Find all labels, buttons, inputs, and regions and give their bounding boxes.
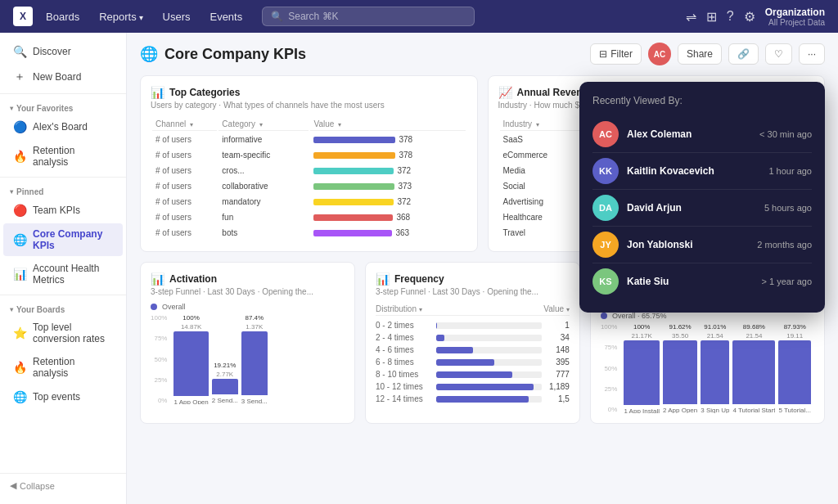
list-item: 10 - 12 times 1,189 [376,380,570,393]
frequency-card: 📊 Frequency 3-step Funnel · Last 30 Days… [365,262,580,424]
list-item: DA David Arjun 5 hours ago [592,190,812,227]
connections-icon[interactable]: ⇌ [686,9,696,25]
freq-bar-fill [436,396,529,403]
table-row: # of users collaborative 373 [152,179,466,193]
freq-dist-label: 12 - 14 times [376,394,433,403]
freq-bar-track [436,384,542,390]
alexboard-icon: 🔵 [13,120,26,133]
nav-boards[interactable]: Boards [39,7,86,26]
category-label: cros... [219,164,309,178]
category-label: informative [219,133,309,146]
category-label: team-specific [219,148,309,162]
main-content: 🌐 Core Company KPIs ⊟ Filter AC Share 🔗 … [127,33,838,504]
sidebar-item-top-events[interactable]: 🌐 Top events [3,385,123,408]
list-item: KK Kaitlin Kovacevich 1 hour ago [592,153,812,190]
sidebar-label-retention-fav: Retention analysis [33,145,113,168]
value-cell: 378 [310,133,465,146]
freq-dist-label: 6 - 8 times [376,358,433,367]
chevron-pinned-icon: ▾ [10,188,13,196]
channel-label: # of users [152,226,217,240]
discover-icon: 🔍 [13,45,26,58]
sidebar-label-conversion: Top level conversion rates [33,322,113,344]
teamkpis-icon: 🔴 [13,204,26,217]
top-categories-table: Channel ▾ Category ▾ Value ▾ # of users … [151,116,467,241]
chevron-icon: ▾ [10,105,13,112]
sidebar-item-retention-fav[interactable]: 🔥 Retention analysis [3,140,123,173]
top-categories-icon: 📊 [151,86,164,99]
list-item: KS Katie Siu > 1 year ago [592,263,812,299]
sidebar-item-discover[interactable]: 🔍 Discover [3,40,123,63]
freq-val: 777 [545,370,570,379]
sidebar-item-account-health[interactable]: 📊 Account Health Metrics [3,258,123,290]
col-category[interactable]: Category ▾ [219,118,309,131]
value-cell: 368 [310,210,465,224]
nav-reports[interactable]: Reports [92,7,149,26]
app-logo[interactable]: X [13,7,33,26]
freq-bar-track [436,347,542,353]
page-title-icon: 🌐 [140,45,158,63]
header-actions: ⊟ Filter AC Share 🔗 ♡ ··· [590,43,825,65]
table-row: # of users informative 378 [152,133,466,146]
activation-card: 📊 Activation 3-step Funnel · Last 30 Day… [140,262,355,424]
search-input[interactable] [288,11,466,22]
grid-icon[interactable]: ⊞ [706,9,717,25]
share-label: Share [687,48,713,60]
help-icon[interactable]: ? [727,9,734,24]
page-title: 🌐 Core Company KPIs [140,45,306,63]
org-info[interactable]: Organization All Project Data [765,7,825,27]
funnel-bar-item: 87.4% 1.37K 3 Send... [241,314,268,404]
more-button[interactable]: ··· [799,43,825,65]
sidebar-item-conversion[interactable]: ⭐ Top level conversion rates [3,317,123,349]
freq-dist-label: 10 - 12 times [376,382,433,391]
category-label: bots [219,226,309,240]
avatar: AC [592,121,619,147]
funnel-bar-item: 100% 14.87K 1 App Open [173,314,208,404]
more-icon: ··· [808,48,816,60]
sidebar-item-teamkpis[interactable]: 🔴 Team KPIs [3,199,123,222]
freq-bar-fill [436,384,534,390]
col-value[interactable]: Value ▾ [310,118,465,131]
table-row: # of users bots 363 [152,226,466,240]
activation-chart: 100%75%50%25%0% 100% 14.87K 1 App Open 1… [151,314,345,404]
category-label: collaborative [219,179,309,193]
corekpis-icon: 🌐 [13,233,26,246]
search-bar[interactable]: 🔍 [262,7,475,26]
channel-label: # of users [152,179,217,193]
link-button[interactable]: 🔗 [728,43,759,65]
settings-icon[interactable]: ⚙ [744,9,755,25]
funnel-bar-item: 91.01% 21.54 3 Sign Up [701,323,729,413]
onboarding-y-axis: 100%75%50%25%0% [601,323,620,413]
user-name: Katie Siu [627,276,754,287]
collapse-button[interactable]: ◀ Collapse [10,480,116,491]
favorite-button[interactable]: ♡ [765,43,792,65]
onboarding-bars: 100% 21.17K 1 App Install 91.62% 35.50 2… [620,323,814,413]
sidebar-item-retention[interactable]: 🔥 Retention analysis [3,351,123,384]
filter-button[interactable]: ⊟ Filter [590,43,642,65]
nav-events[interactable]: Events [203,7,249,26]
sidebar-item-new-board[interactable]: ＋ New Board [3,65,123,89]
channel-label: # of users [152,133,217,146]
share-button[interactable]: Share [678,43,722,65]
topevents-icon: 🌐 [13,390,26,403]
freq-bar-fill [436,371,512,378]
sidebar-label-alexboard: Alex's Board [33,121,88,133]
col-channel[interactable]: Channel ▾ [152,118,217,131]
retention-icon: 🔥 [13,361,26,374]
nav-users[interactable]: Users [156,7,197,26]
activation-bars: 100% 14.87K 1 App Open 19.21% 2.77K 2 Se… [170,314,270,404]
sidebar-item-core-kpis[interactable]: 🌐 Core Company KPIs [3,223,123,256]
top-categories-card: 📊 Top Categories Users by category · Wha… [140,75,478,252]
chevron-boards-icon: ▾ [10,306,13,313]
sidebar-label-new-board: New Board [33,71,81,83]
user-name: Kaitlin Kovacevich [627,165,760,177]
frequency-subtitle: 3-step Funnel · Last 30 Days · Opening t… [376,287,570,296]
view-time: > 1 year ago [762,277,812,286]
sidebar-item-alexboard[interactable]: 🔵 Alex's Board [3,115,123,138]
recently-viewed-popup: Recently Viewed By: AC Alex Coleman < 30… [579,82,825,313]
freq-val: 1,189 [545,382,570,391]
onboarding-legend-label: Overall · 65.75% [612,312,667,320]
popup-title: Recently Viewed By: [592,95,812,106]
frequency-rows: 0 - 2 times 1 2 - 4 times 34 4 - 6 times… [376,319,570,405]
freq-col-val[interactable]: Value ▾ [543,304,570,313]
freq-col-dist[interactable]: Distribution ▾ [376,304,433,313]
